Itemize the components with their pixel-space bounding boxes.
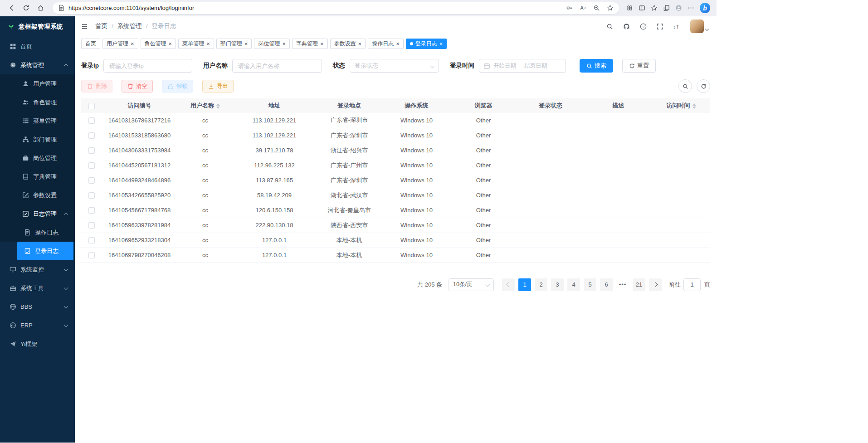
tab-close-icon[interactable] [439,41,443,47]
page-button-6[interactable]: 6 [600,278,613,291]
prev-page-button[interactable] [502,278,515,291]
sidebar-item-yi-framework[interactable]: Yi框架 [0,335,75,353]
search-icon[interactable] [606,23,613,30]
browser-home-button[interactable] [34,2,47,15]
page-button-3[interactable]: 3 [551,278,564,291]
user-menu[interactable] [690,19,708,33]
table-row[interactable]: 1641044520567181312 cc 112.96.225.132 广东… [81,158,710,173]
tab-close-icon[interactable] [358,41,362,47]
table-row[interactable]: 1641043063331753984 cc 39.171.210.78 浙江省… [81,143,710,158]
sidebar-item-param-settings[interactable]: 参数设置 [0,186,75,204]
tab-login-log[interactable]: 登录日志 [406,39,447,49]
login-time-range-picker[interactable]: 开始日期 - 结束日期 [479,59,566,73]
row-checkbox[interactable] [88,147,95,154]
browser-profile-icon[interactable] [675,5,682,11]
table-row[interactable]: 1641031367863177216 cc 113.102.129.221 广… [81,113,710,128]
table-row[interactable]: 1641069798270046208 cc 127.0.0.1 本地-本机 W… [81,248,710,263]
sidebar-item-post-mgmt[interactable]: 岗位管理 [0,149,75,167]
sidebar-item-oper-log[interactable]: 操作日志 [0,223,75,242]
delete-button[interactable]: 删除 [81,80,112,92]
page-button-2[interactable]: 2 [535,278,547,291]
sort-icon[interactable] [216,103,220,109]
extensions-icon[interactable] [626,5,633,11]
address-bar[interactable]: https://ccnetcore.com:1101/system/log/lo… [53,2,619,14]
sidebar-item-home[interactable]: 首页 [0,37,75,56]
tab-menu-mgmt[interactable]: 菜单管理 [178,39,214,49]
next-page-button[interactable] [649,278,662,291]
tab-close-icon[interactable] [169,41,172,47]
user-name-input[interactable] [232,59,322,73]
tab-dept-mgmt[interactable]: 部门管理 [216,39,252,49]
user-avatar[interactable] [690,19,704,33]
collections-icon[interactable] [663,5,670,11]
sidebar-item-system-mgmt[interactable]: 系统管理 [0,56,75,74]
page-button-4[interactable]: 4 [567,278,580,291]
select-all-checkbox[interactable] [88,103,95,109]
site-info-icon[interactable] [58,5,65,11]
tab-home[interactable]: 首页 [81,39,100,49]
sidebar-item-menu-mgmt[interactable]: 菜单管理 [0,112,75,130]
row-checkbox[interactable] [88,177,95,184]
row-checkbox[interactable] [88,162,95,169]
tab-user-mgmt[interactable]: 用户管理 [102,39,138,49]
sidebar-item-login-log[interactable]: 登录日志 [17,242,73,260]
row-checkbox[interactable] [88,252,95,258]
toggle-search-button[interactable] [678,79,692,93]
table-row[interactable]: 1641069652933218304 cc 127.0.0.1 本地-本机 W… [81,233,710,248]
help-icon[interactable]: ? [640,23,647,30]
col-user-name[interactable]: 用户名称 [177,98,234,113]
sidebar-item-user-mgmt[interactable]: 用户管理 [0,74,75,93]
sidebar-item-system-monitor[interactable]: 系统监控 [0,260,75,279]
tab-close-icon[interactable] [206,41,210,47]
unlock-button[interactable]: 解锁 [162,80,193,92]
tab-param-settings[interactable]: 参数设置 [330,39,366,49]
reset-button[interactable]: 重置 [622,59,656,73]
sidebar-item-bbs[interactable]: BBS [0,297,75,316]
table-row[interactable]: 1641059633978281984 cc 222.90.130.18 陕西省… [81,218,710,233]
row-checkbox[interactable] [88,132,95,139]
row-checkbox[interactable] [88,117,95,124]
tab-close-icon[interactable] [320,41,324,47]
sidebar-item-dict-mgmt[interactable]: 字典管理 [0,167,75,186]
favorites-add-icon[interactable] [607,5,614,11]
favorites-icon[interactable] [651,5,658,11]
breadcrumb-system-mgmt[interactable]: 系统管理 [117,22,152,30]
page-button-5[interactable]: 5 [584,278,596,291]
tab-close-icon[interactable] [282,41,286,47]
tab-role-mgmt[interactable]: 角色管理 [141,39,176,49]
tab-post-mgmt[interactable]: 岗位管理 [254,39,290,49]
breadcrumb-home[interactable]: 首页 [95,22,117,30]
sidebar-item-system-tools[interactable]: 系统工具 [0,279,75,297]
table-row[interactable]: 1641054566717984768 cc 120.6.150.158 河北省… [81,203,710,218]
row-checkbox[interactable] [88,237,95,243]
row-checkbox[interactable] [88,222,95,229]
read-aloud-icon[interactable]: A [580,5,586,11]
sidebar-item-role-mgmt[interactable]: 角色管理 [0,93,75,112]
more-pages-button[interactable]: ••• [616,278,629,291]
page-size-select[interactable]: 10条/页 [449,278,494,291]
goto-page-input[interactable] [683,278,701,291]
bing-chat-icon[interactable]: b [700,3,710,13]
table-row[interactable]: 1641053426655825920 cc 58.19.42.209 湖北省-… [81,188,710,203]
export-button[interactable]: 导出 [202,80,234,92]
col-visit-time[interactable]: 访问时间 [652,98,710,113]
split-screen-icon[interactable] [639,5,645,11]
tab-close-icon[interactable] [131,41,134,47]
table-row[interactable]: 1641044993248464896 cc 113.87.92.165 广东省… [81,173,710,188]
sidebar-toggle-icon[interactable] [81,23,88,30]
table-row[interactable]: 1641031533185863680 cc 113.102.129.221 广… [81,128,710,143]
password-key-icon[interactable] [566,5,573,11]
sidebar-item-erp[interactable]: ERP [0,316,75,335]
github-icon[interactable] [623,23,630,30]
tab-close-icon[interactable] [244,41,248,47]
status-select[interactable]: 登录状态 [350,59,439,73]
refresh-table-button[interactable] [697,79,710,93]
fullscreen-icon[interactable] [657,23,663,30]
sidebar-item-dept-mgmt[interactable]: 部门管理 [0,130,75,149]
page-button-21[interactable]: 21 [633,278,645,291]
sort-icon[interactable] [692,103,696,109]
page-button-1[interactable]: 1 [518,278,531,291]
breadcrumb-login-log[interactable]: 登录日志 [152,22,176,30]
tab-close-icon[interactable] [396,41,400,47]
login-ip-input[interactable] [103,59,192,73]
